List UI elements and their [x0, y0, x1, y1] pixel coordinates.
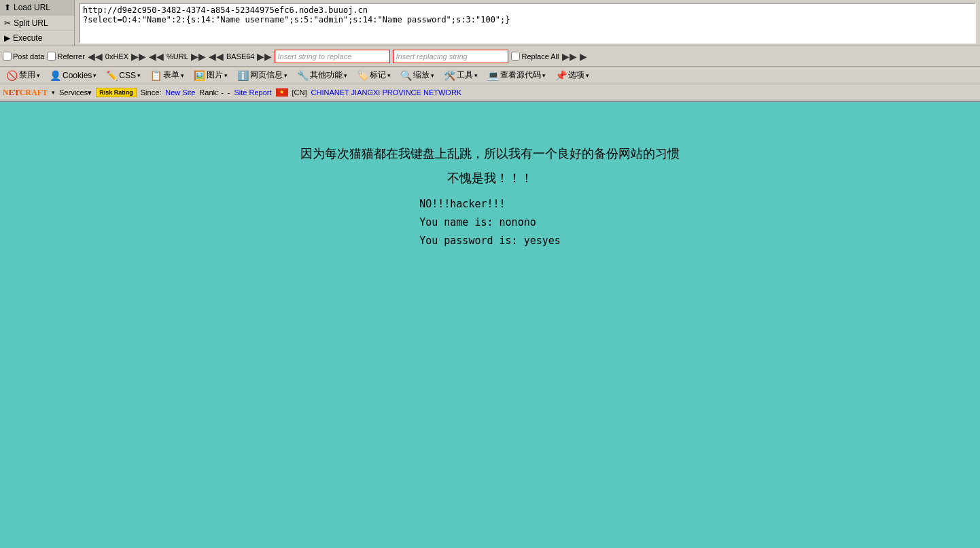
base64-left-arrow[interactable]: ◀◀ [209, 51, 224, 62]
post-data-label: Post data [13, 52, 44, 61]
netcraft-logo: NETCRAFT [3, 88, 48, 98]
options-dropdown-arrow: ▾ [586, 72, 589, 79]
menu-item-tools[interactable]: 🛠️ 工具 ▾ [439, 67, 483, 83]
menu-label-other: 其他功能 [310, 69, 343, 81]
base64-label: BASE64 [226, 52, 255, 61]
execute-button[interactable]: ▶ Execute [0, 31, 74, 46]
since-label: Since: [141, 88, 162, 97]
site-report-link[interactable]: Site Report [234, 88, 271, 97]
menu-item-css[interactable]: ✏️ CSS ▾ [101, 68, 145, 83]
replace-all-label: Replace All [521, 52, 559, 61]
network-link[interactable]: CHINANET JIANGXI PROVINCE NETWORK [311, 88, 462, 97]
url-input-area: http://d9e2c950-3482-4374-a854-52344975e… [75, 0, 980, 46]
pageinfo-icon: ℹ️ [237, 70, 249, 81]
source-icon: 💻 [487, 70, 499, 81]
replace-string-input[interactable] [275, 50, 390, 63]
menu-item-zoom[interactable]: 🔍 缩放 ▾ [396, 67, 439, 83]
css-icon: ✏️ [106, 70, 118, 81]
post-data-checkbox[interactable] [3, 52, 12, 61]
menu-item-disable[interactable]: 🚫 禁用 ▾ [1, 67, 45, 83]
referrer-label: Referrer [57, 52, 84, 61]
cookies-dropdown-arrow: ▾ [93, 72, 97, 79]
rank-label: Rank: - [199, 88, 223, 97]
disable-icon: 🚫 [6, 70, 18, 81]
replace-extra-arrow[interactable]: ▶ [580, 51, 587, 62]
replacing-string-input[interactable] [393, 50, 508, 63]
menu-label-tools: 工具 [457, 69, 473, 81]
main-content: 因为每次猫猫都在我键盘上乱跳，所以我有一个良好的备份网站的习惯 不愧是我！！！ … [0, 102, 980, 496]
load-url-button[interactable]: ⬆ Load URL [0, 0, 74, 16]
content-mono-lines: NO!!!hacker!!! You name is: nonono You p… [419, 195, 561, 250]
url-right-arrow[interactable]: ▶▶ [191, 51, 206, 62]
netcraft-logo-n: N [3, 88, 9, 97]
menu-label-tags: 标记 [370, 69, 386, 81]
menu-label-source: 查看源代码 [500, 69, 541, 81]
other-icon: 🔧 [297, 70, 309, 81]
split-url-label: Split URL [14, 18, 48, 28]
menu-label-images: 图片 [207, 69, 223, 81]
source-dropdown-arrow: ▾ [542, 72, 546, 79]
country-code: [CN] [292, 88, 307, 97]
content-line3: NO!!!hacker!!! [419, 195, 561, 213]
url-left-arrow[interactable]: ◀◀ [149, 51, 164, 62]
content-block: 因为每次猫猫都在我键盘上乱跳，所以我有一个良好的备份网站的习惯 不愧是我！！！ … [300, 143, 680, 251]
risk-rating-badge: Risk Rating [96, 88, 137, 97]
options-icon: 📌 [555, 70, 567, 81]
hex-left-arrow[interactable]: ◀◀ [88, 51, 103, 62]
load-url-label: Load URL [14, 3, 50, 12]
menu-label-css: CSS [119, 71, 136, 80]
forms-icon: 📋 [150, 70, 162, 81]
cookies-icon: 👤 [50, 70, 61, 81]
menu-item-cookies[interactable]: 👤 Cookies ▾ [45, 68, 101, 83]
url-bar-row: ⬆ Load URL ✂ Split URL ▶ Execute http://… [0, 0, 980, 46]
menu-label-options: 选项 [568, 69, 584, 81]
content-line4: You name is: nonono [419, 213, 561, 232]
base64-right-arrow[interactable]: ▶▶ [257, 51, 272, 62]
zoom-dropdown-arrow: ▾ [431, 72, 434, 79]
toolbar-row: Post data Referrer ◀◀ 0xHEX ▶▶ ◀◀ %URL ▶… [0, 46, 980, 67]
menu-label-forms: 表单 [163, 69, 179, 81]
netcraft-logo-arrow: ▾ [52, 89, 55, 96]
replace-all-checkbox-label[interactable]: Replace All [511, 52, 559, 61]
new-site-link[interactable]: New Site [165, 88, 195, 97]
tools-icon: 🛠️ [444, 70, 455, 81]
tags-dropdown-arrow: ▾ [387, 72, 391, 79]
menu-label-disable: 禁用 [19, 69, 35, 81]
netcraft-logo-rest: ET [9, 88, 20, 97]
content-line5: You password is: yesyes [419, 232, 561, 250]
netcraft-services-menu[interactable]: Services▾ [59, 88, 92, 97]
menu-item-options[interactable]: 📌 选项 ▾ [550, 67, 594, 83]
other-dropdown-arrow: ▾ [344, 72, 347, 79]
menu-label-zoom: 缩放 [413, 69, 430, 81]
split-url-icon: ✂ [4, 18, 11, 28]
menu-item-images[interactable]: 🖼️ 图片 ▾ [189, 67, 232, 83]
menu-item-pageinfo[interactable]: ℹ️ 网页信息 ▾ [232, 67, 292, 83]
referrer-checkbox[interactable] [47, 52, 56, 61]
url-side-buttons: ⬆ Load URL ✂ Split URL ▶ Execute [0, 0, 75, 46]
url-input[interactable]: http://d9e2c950-3482-4374-a854-52344975e… [79, 3, 976, 44]
menu-item-tags[interactable]: 🏷️ 标记 ▾ [352, 67, 396, 83]
hex-right-arrow[interactable]: ▶▶ [131, 51, 146, 62]
images-dropdown-arrow: ▾ [224, 72, 228, 79]
disable-dropdown-arrow: ▾ [37, 72, 40, 79]
content-line1: 因为每次猫猫都在我键盘上乱跳，所以我有一个良好的备份网站的习惯 [300, 143, 680, 165]
split-url-button[interactable]: ✂ Split URL [0, 16, 74, 31]
netcraft-bar: NETCRAFT ▾ Services▾ Risk Rating Since: … [0, 84, 980, 102]
replace-right-arrow[interactable]: ▶▶ [562, 51, 577, 62]
menu-label-pageinfo: 网页信息 [250, 69, 283, 81]
images-icon: 🖼️ [194, 70, 205, 81]
execute-label: Execute [13, 33, 42, 43]
url-label: %URL [167, 52, 188, 61]
replace-all-checkbox[interactable] [511, 52, 520, 61]
post-data-checkbox-label[interactable]: Post data [3, 52, 44, 61]
content-line2: 不愧是我！！！ [300, 167, 680, 189]
referrer-checkbox-label[interactable]: Referrer [47, 52, 84, 61]
netcraft-logo-craft: CRAFT [20, 88, 48, 97]
menu-item-other[interactable]: 🔧 其他功能 ▾ [292, 67, 352, 83]
execute-icon: ▶ [4, 33, 10, 43]
menu-item-source[interactable]: 💻 查看源代码 ▾ [483, 67, 550, 83]
netcraft-services-label: Services▾ [59, 88, 92, 97]
forms-dropdown-arrow: ▾ [181, 72, 184, 79]
menu-item-forms[interactable]: 📋 表单 ▾ [145, 67, 189, 83]
tools-dropdown-arrow: ▾ [474, 72, 478, 79]
